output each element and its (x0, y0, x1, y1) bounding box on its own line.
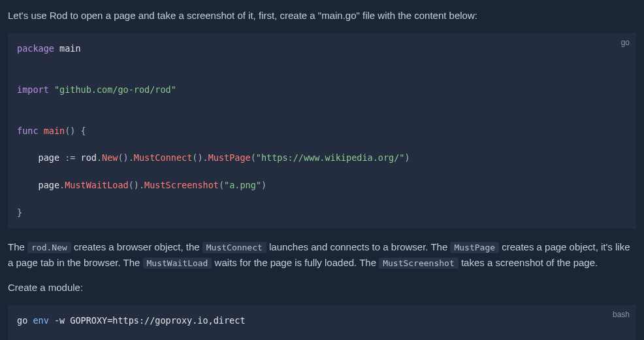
token-ident: page (39, 152, 60, 163)
token-func: MustConnect (134, 152, 192, 163)
inline-code: rod.New (27, 242, 71, 253)
inline-code: MustConnect (202, 242, 266, 253)
code-block-go: go package main import "github.com/go-ro… (8, 33, 636, 229)
token-ident: main (59, 43, 81, 54)
inline-code: MustWaitLoad (143, 258, 212, 269)
token-func: MustWaitLoad (65, 180, 129, 190)
create-module-paragraph: Create a module: (8, 280, 636, 296)
token-punc: ) (404, 152, 410, 163)
text: The (8, 241, 27, 252)
token-indent (17, 180, 39, 190)
token-ident: page (39, 180, 60, 190)
token-punc: (). (129, 180, 144, 190)
token-func: MustScreenshot (144, 180, 219, 190)
token-keyword: func (17, 126, 39, 136)
token-indent (17, 152, 39, 163)
token-builtin: env (33, 315, 48, 326)
text: creates a browser object, the (71, 241, 202, 252)
token-func: New (102, 152, 118, 163)
token-op: := (59, 152, 81, 163)
text: waits for the page is fully loaded. The (212, 257, 379, 268)
token-func: main (44, 126, 65, 136)
intro-paragraph: Let's use Rod to open a page and take a … (8, 8, 636, 24)
inline-code: MustScreenshot (379, 258, 459, 269)
token-punc: . (59, 180, 65, 190)
token-func: MustPage (208, 152, 251, 163)
token-string: "a.png" (224, 180, 261, 190)
token-punc: ( (219, 180, 224, 190)
code-block-bash: bash go env -w GOPROXY=https://goproxy.i… (8, 305, 636, 340)
token-punc: () { (65, 126, 86, 136)
token-punc: (). (192, 152, 208, 163)
token-string: "github.com/go-rod/rod" (54, 84, 176, 95)
token-keyword: import (17, 84, 49, 95)
lang-label-bash: bash (613, 309, 630, 321)
text: launches and connects to a browser. The (266, 241, 451, 252)
token-punc: (). (118, 152, 133, 163)
token-punc: } (17, 207, 22, 218)
explanation-paragraph: The rod.New creates a browser object, th… (8, 239, 636, 271)
token-cmd: go (17, 315, 33, 326)
token-punc: ( (251, 152, 256, 163)
token-cmd: -w GOPROXY=https://goproxy.io,direct (49, 315, 246, 326)
token-punc: ) (261, 180, 266, 190)
inline-code: MustPage (450, 242, 499, 253)
text: takes a screenshot of the page. (459, 257, 598, 268)
token-keyword: package (17, 43, 54, 54)
lang-label-go: go (621, 37, 630, 49)
code-content-bash: go env -w GOPROXY=https://goproxy.io,dir… (17, 314, 627, 340)
token-string: "https://www.wikipedia.org/" (256, 152, 405, 163)
code-content-go: package main import "github.com/go-rod/r… (17, 42, 627, 220)
token-punc: . (97, 152, 102, 163)
token-ident: rod (81, 152, 97, 163)
